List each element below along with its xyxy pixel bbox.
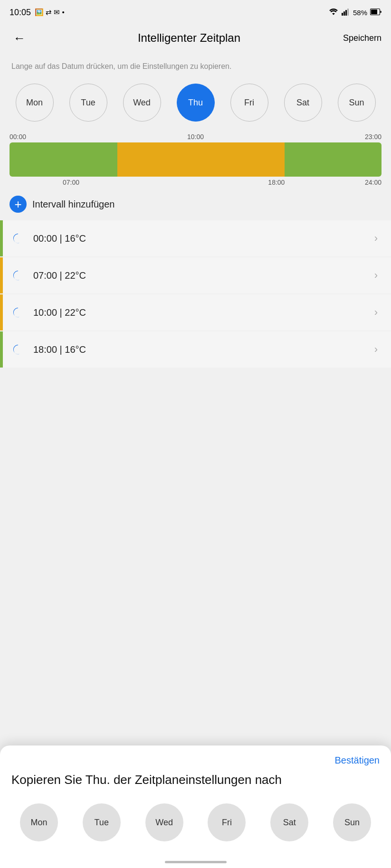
chevron-icon-1: › (374, 232, 381, 245)
interval-time-temp-1: 00:00 | 16°C (29, 233, 374, 244)
timeline-label-24: 24:00 (285, 179, 381, 186)
copy-day-tue[interactable]: Tue (83, 803, 121, 841)
interval-icon-1 (3, 231, 29, 246)
status-bar: 10:05 🖼️ ⇄ ✉ • 58% (0, 0, 391, 23)
moon-icon-2 (9, 268, 24, 283)
svg-rect-1 (343, 11, 345, 16)
chevron-icon-2: › (374, 269, 381, 282)
add-interval-label: Intervall hinzufügen (32, 199, 114, 210)
day-button-mon[interactable]: Mon (16, 84, 54, 122)
moon-icon-4 (9, 342, 24, 357)
interval-list: 00:00 | 16°C › 07:00 | 22°C › 10:00 | 22… (0, 217, 391, 372)
timeline-label-18: 18:00 (117, 179, 285, 186)
bottom-sheet: Bestätigen Kopieren Sie Thu. der Zeitpla… (0, 745, 391, 868)
copy-day-fri[interactable]: Fri (208, 803, 246, 841)
day-button-fri[interactable]: Fri (230, 84, 268, 122)
interval-icon-4 (3, 342, 29, 357)
add-interval-button[interactable]: + Intervall hinzufügen (0, 186, 391, 217)
interval-item-3[interactable]: 10:00 | 22°C › (0, 294, 391, 330)
svg-rect-2 (345, 10, 347, 16)
bottom-sheet-header: Bestätigen (0, 745, 391, 770)
timeline-top-labels: 00:00 10:00 23:00 (10, 133, 381, 141)
timeline: 00:00 10:00 23:00 07:00 18:00 24:00 (10, 133, 381, 186)
page-title: Intelligenter Zeitplan (35, 31, 343, 45)
svg-rect-3 (347, 9, 349, 16)
day-button-tue[interactable]: Tue (69, 84, 107, 122)
top-bar: ← Intelligenter Zeitplan Speichern (0, 23, 391, 53)
bar-segment-orange-1 (117, 142, 162, 177)
interval-time-temp-4: 18:00 | 16°C (29, 344, 374, 355)
timeline-label-10: 10:00 (187, 133, 204, 141)
copy-day-wed[interactable]: Wed (145, 803, 183, 841)
timeline-bar[interactable] (10, 142, 381, 177)
bar-segment-orange-2 (162, 142, 285, 177)
chevron-icon-3: › (374, 306, 381, 319)
timeline-label-23: 23:00 (365, 133, 381, 141)
timeline-label-07: 07:00 (10, 179, 117, 186)
copy-day-sat[interactable]: Sat (270, 803, 308, 841)
timeline-label-00: 00:00 (10, 133, 26, 141)
day-button-thu[interactable]: Thu (177, 84, 215, 122)
moon-icon-1 (9, 231, 24, 246)
confirm-button[interactable]: Bestätigen (334, 755, 380, 766)
battery-icon (370, 9, 381, 17)
day-button-wed[interactable]: Wed (123, 84, 161, 122)
timeline-bottom-labels: 07:00 18:00 24:00 (10, 179, 381, 186)
status-notification-icons: 🖼️ ⇄ ✉ • (35, 8, 65, 17)
status-right-icons: 58% (328, 8, 381, 17)
hint-text: Lange auf das Datum drücken, um die Eins… (0, 53, 391, 76)
save-button[interactable]: Speichern (343, 33, 381, 43)
interval-icon-3 (3, 305, 29, 320)
interval-time-temp-2: 07:00 | 22°C (29, 270, 374, 281)
bar-segment-green-right (285, 142, 381, 177)
status-time: 10:05 (10, 8, 31, 18)
home-indicator (165, 861, 227, 863)
chevron-icon-4: › (374, 343, 381, 356)
interval-time-temp-3: 10:00 | 22°C (29, 307, 374, 318)
add-icon: + (10, 196, 27, 213)
interval-item-4[interactable]: 18:00 | 16°C › (0, 331, 391, 368)
svg-rect-5 (371, 9, 377, 14)
interval-icon-2 (3, 268, 29, 283)
interval-item-2[interactable]: 07:00 | 22°C › (0, 257, 391, 293)
back-button[interactable]: ← (10, 29, 29, 47)
battery-text: 58% (353, 9, 367, 17)
moon-icon-3 (9, 305, 24, 320)
copy-day-selector: Mon Tue Wed Fri Sat Sun (0, 800, 391, 849)
bar-segment-green-left (10, 142, 117, 177)
day-button-sun[interactable]: Sun (338, 84, 376, 122)
copy-day-sun[interactable]: Sun (333, 803, 371, 841)
interval-item-1[interactable]: 00:00 | 16°C › (0, 220, 391, 256)
day-selector: Mon Tue Wed Thu Fri Sat Sun (0, 76, 391, 125)
copy-day-mon[interactable]: Mon (20, 803, 58, 841)
svg-rect-0 (342, 13, 343, 16)
day-button-sat[interactable]: Sat (284, 84, 322, 122)
wifi-icon (328, 8, 339, 17)
signal-icon (342, 8, 350, 17)
copy-title: Kopieren Sie Thu. der Zeitplaneinstellun… (0, 770, 391, 800)
